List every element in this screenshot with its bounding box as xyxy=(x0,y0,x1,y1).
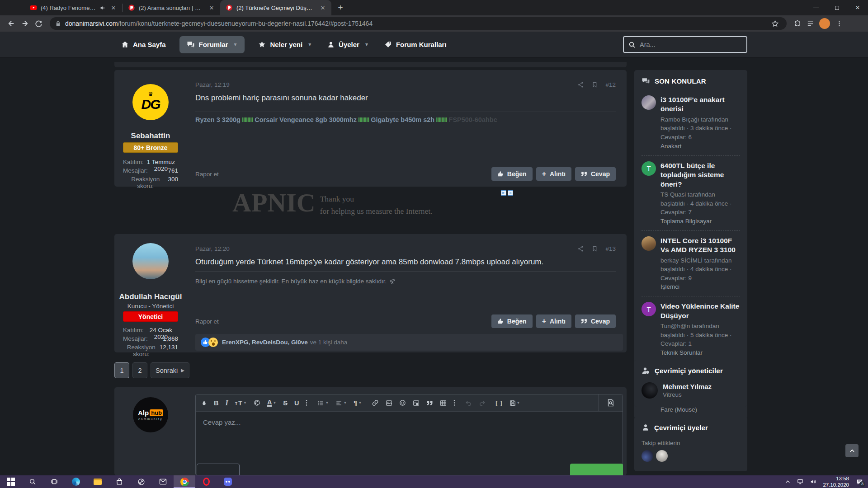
topic-category[interactable]: Teknik Sorunlar xyxy=(660,349,740,356)
chevron-down-icon[interactable]: ▼ xyxy=(233,42,238,47)
topic-title[interactable]: 6400TL bütçe ile topladığım sisteme öner… xyxy=(660,161,740,189)
avatar-alp-hub[interactable]: Alphub community xyxy=(133,397,168,432)
more-options-icon[interactable] xyxy=(453,399,455,406)
advertisement[interactable]: APNIC Thank you for helping us measure t… xyxy=(232,190,432,217)
forward-button[interactable] xyxy=(18,17,32,30)
reply-editor[interactable]: BIтT▼A▼SU▼▼¶▼[ ]▼ Cevap yaz... xyxy=(195,394,623,475)
username[interactable]: Sebahattin xyxy=(114,131,187,141)
post-time[interactable]: Pazar, 12:19 xyxy=(195,81,230,88)
taskbar-clock[interactable]: 13:58 27.10.2020 xyxy=(823,475,849,488)
more-options-icon[interactable] xyxy=(306,399,307,406)
avatar-mehmet[interactable] xyxy=(642,382,658,399)
reaction-more[interactable]: ve 1 kişi daha xyxy=(310,339,348,346)
media-icon[interactable] xyxy=(413,400,420,406)
bold-icon[interactable]: B xyxy=(214,399,218,407)
avatar-abdullah[interactable] xyxy=(132,243,169,279)
action-center-button[interactable]: 3 xyxy=(856,479,863,485)
topic-row[interactable]: i3 10100F'e anakart önerisiRambo Bıçağı … xyxy=(642,90,740,156)
report-link[interactable]: Rapor et xyxy=(195,171,219,178)
font-color-icon[interactable]: A▼ xyxy=(267,399,276,407)
ad-info-icon[interactable] xyxy=(501,190,506,196)
drafts-icon[interactable]: ▼ xyxy=(509,400,520,406)
avatar-sebahattin[interactable]: ♛ DG xyxy=(132,84,169,120)
avatar-following-2[interactable] xyxy=(656,450,668,462)
topic-category[interactable]: İşlemci xyxy=(660,283,740,290)
volume-icon[interactable] xyxy=(810,479,817,485)
align-icon[interactable]: ▼ xyxy=(335,400,347,406)
back-button[interactable] xyxy=(5,17,18,30)
strikethrough-icon[interactable]: S xyxy=(283,399,288,407)
palette-icon[interactable] xyxy=(254,399,260,406)
bookmark-icon[interactable] xyxy=(592,81,598,88)
alıntı-button[interactable]: +Alıntı xyxy=(536,167,571,181)
nav-item-forumlar[interactable]: Forumlar▼ xyxy=(179,36,245,53)
search-box[interactable]: Ara... xyxy=(623,36,747,53)
nav-item--yeler[interactable]: Üyeler▼ xyxy=(327,41,369,48)
paragraph-icon[interactable]: ¶▼ xyxy=(354,399,362,407)
topic-title[interactable]: INTEL Core i3 10100F Vs AMD RYZEN 3 3100 xyxy=(660,236,740,255)
alıntı-button[interactable]: +Alıntı xyxy=(536,314,571,328)
image-icon[interactable] xyxy=(386,400,392,406)
extensions-button[interactable] xyxy=(791,17,804,30)
scroll-to-top-button[interactable] xyxy=(845,444,859,457)
next-page-button[interactable]: Sonraki▶ xyxy=(151,362,189,378)
post-time[interactable]: Pazar, 12:20 xyxy=(195,245,230,252)
username[interactable]: Abdullah Hacıgül xyxy=(114,292,187,301)
start-button[interactable] xyxy=(0,475,22,488)
nav-item-neler-yeni[interactable]: Neler yeni▼ xyxy=(258,41,312,48)
chrome-app[interactable] xyxy=(174,475,195,488)
topic-row[interactable]: INTEL Core i3 10100F Vs AMD RYZEN 3 3100… xyxy=(642,231,740,297)
beğen-button[interactable]: Beğen xyxy=(491,314,533,328)
nav-item-ana-sayfa[interactable]: Ana Sayfa xyxy=(121,41,166,48)
page-button-1[interactable]: 1 xyxy=(114,362,129,378)
underline-icon[interactable]: U xyxy=(294,399,299,407)
new-tab-button[interactable]: + xyxy=(334,1,347,14)
minimize-button[interactable]: — xyxy=(806,0,826,15)
browser-tab[interactable]: (2) Türknet'e Geçmeyi Düşünüyo✕ xyxy=(220,0,331,15)
table-icon[interactable] xyxy=(440,400,447,406)
topic-row[interactable]: T6400TL bütçe ile topladığım sisteme öne… xyxy=(642,156,740,231)
steam-app[interactable] xyxy=(130,475,152,488)
address-bar[interactable]: donanimarsivi.com/forum/konu/tuerknete-g… xyxy=(50,17,787,30)
reply-input[interactable]: Cevap yaz... xyxy=(196,412,623,433)
side-panel-button[interactable] xyxy=(804,17,816,30)
editor-preview-button[interactable] xyxy=(598,394,623,412)
bookmark-icon[interactable] xyxy=(592,245,598,252)
profile-avatar[interactable] xyxy=(819,18,830,29)
font-size-icon[interactable]: тT▼ xyxy=(235,399,247,407)
browser-tab[interactable]: (4) Radyo Fenomen Canlı Din✕ xyxy=(24,0,122,15)
cevap-button[interactable]: Cevap xyxy=(575,167,616,181)
mail-app[interactable] xyxy=(152,475,174,488)
opera-app[interactable] xyxy=(195,475,217,488)
ad-close-icon[interactable]: ✕ xyxy=(508,190,513,196)
smiley-icon[interactable] xyxy=(399,399,406,406)
cevap-button[interactable]: Cevap xyxy=(575,314,616,328)
post-number[interactable]: #13 xyxy=(605,245,616,252)
tab-audio-icon[interactable] xyxy=(100,5,106,11)
report-link[interactable]: Rapor et xyxy=(195,318,219,325)
post-number[interactable]: #12 xyxy=(605,81,616,88)
network-icon[interactable] xyxy=(797,479,804,485)
link-icon[interactable] xyxy=(372,399,379,406)
tab-close-icon[interactable]: ✕ xyxy=(319,4,327,12)
edge-app[interactable] xyxy=(65,475,87,488)
avatar-following-1[interactable] xyxy=(642,450,653,462)
moderator-row[interactable]: Mehmet Yılmaz Vitreus xyxy=(642,380,740,407)
tray-chevron-icon[interactable] xyxy=(785,479,791,485)
undo-icon[interactable] xyxy=(465,400,472,406)
chevron-down-icon[interactable]: ▼ xyxy=(307,42,312,47)
topic-category[interactable]: Fare (Mouse) xyxy=(660,406,740,413)
beğen-button[interactable]: Beğen xyxy=(491,167,533,181)
quote-icon[interactable] xyxy=(426,400,433,406)
file-explorer-app[interactable] xyxy=(87,475,108,488)
topic-title[interactable]: i3 10100F'e anakart önerisi xyxy=(660,95,740,114)
maximize-button[interactable] xyxy=(826,0,847,15)
reactions-bar[interactable]: ErenXPG, RevDeisDou, Gl0ve ve 1 kişi dah… xyxy=(195,334,623,351)
italic-icon[interactable]: I xyxy=(225,399,228,407)
task-view-button[interactable] xyxy=(43,475,65,488)
remove-format-icon[interactable] xyxy=(201,399,207,406)
nav-item-forum-kurallar-[interactable]: Forum Kuralları xyxy=(384,41,447,48)
bookmark-star-button[interactable] xyxy=(769,17,781,30)
tab-close-icon[interactable]: ✕ xyxy=(208,4,216,12)
topic-title[interactable]: Video Yüklenince Kalite Düşüyor xyxy=(660,302,740,320)
